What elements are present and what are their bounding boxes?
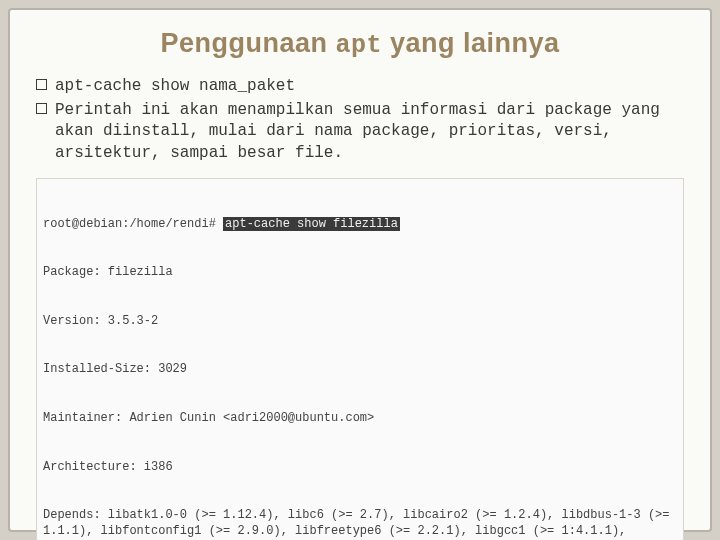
- bullet-text: apt-cache show nama_paket: [55, 76, 684, 98]
- terminal-line: Package: filezilla: [43, 264, 677, 280]
- slide: Penggunaan apt yang lainnya apt-cache sh…: [8, 8, 712, 532]
- title-mono: apt: [335, 31, 382, 60]
- bullet-marker-icon: [36, 79, 47, 90]
- terminal-line: Architecture: i386: [43, 459, 677, 475]
- terminal-prompt-line: root@debian:/home/rendi# apt-cache show …: [43, 216, 677, 232]
- title-pre: Penggunaan: [160, 28, 335, 58]
- terminal-output: root@debian:/home/rendi# apt-cache show …: [36, 178, 684, 540]
- bullet-item: Perintah ini akan menampilkan semua info…: [36, 100, 684, 165]
- bullet-item: apt-cache show nama_paket: [36, 76, 684, 98]
- slide-title: Penggunaan apt yang lainnya: [36, 28, 684, 60]
- terminal-line: Maintainer: Adrien Cunin <adri2000@ubunt…: [43, 410, 677, 426]
- terminal-command: apt-cache show filezilla: [223, 217, 400, 231]
- terminal-line: Installed-Size: 3029: [43, 361, 677, 377]
- terminal-prompt: root@debian:/home/rendi#: [43, 217, 223, 231]
- title-post: yang lainnya: [382, 28, 560, 58]
- terminal-line: Depends: libatk1.0-0 (>= 1.12.4), libc6 …: [43, 507, 677, 540]
- bullet-list: apt-cache show nama_paket Perintah ini a…: [36, 76, 684, 164]
- terminal-line: Version: 3.5.3-2: [43, 313, 677, 329]
- bullet-marker-icon: [36, 103, 47, 114]
- bullet-text: Perintah ini akan menampilkan semua info…: [55, 100, 684, 165]
